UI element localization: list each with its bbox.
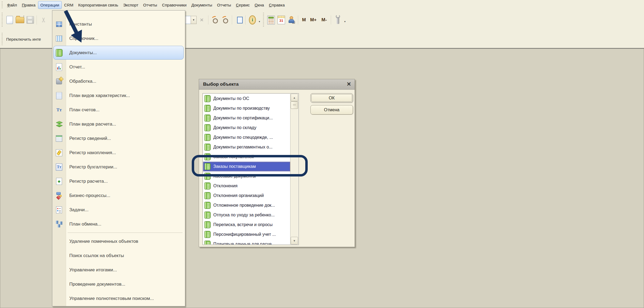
dialog-titlebar[interactable]: Выбор объекта ✕ [199,79,355,90]
menu-item-footer-2[interactable]: Управление итогами... [52,263,185,277]
menu-item-exchange-plan[interactable]: План обмена... [52,217,185,231]
menu-item-footer-4[interactable]: Управление полнотекстовым поиском... [52,291,185,306]
menu-item-catalog[interactable]: Справочник... [52,31,185,46]
menu-item-footer-1[interactable]: Поиск ссылок на объекты [52,248,185,263]
menu-item-label: Регистр бухгалтерии... [69,164,117,170]
save-button[interactable] [25,15,35,25]
open-button[interactable] [15,15,25,25]
memory-store-button[interactable]: M [300,15,308,25]
user-settings-button[interactable] [286,15,297,25]
menu-item-calculation-types[interactable]: План видов расчета... [52,117,185,131]
menu-item-footer-0[interactable]: Удаление помеченных объектов [52,234,185,248]
menubar-item-11[interactable]: Окна [252,1,266,9]
menu-item-information-register[interactable]: Регистр сведений... [52,131,185,146]
object-list-item[interactable]: Персонифицированный учет ... [203,230,290,239]
toolbar-grip[interactable] [263,13,264,27]
documents-icon [56,49,63,57]
object-list-item[interactable]: Переписка, встречи и опросы [203,220,290,230]
menubar-item-7[interactable]: Справочники [160,1,189,9]
scrollbar[interactable]: ▲ ▼ [290,94,298,244]
menu-item-business-process[interactable]: Бизнес-процессы... [52,188,185,203]
new-document-button[interactable] [5,15,15,25]
menu-item-processing[interactable]: Обработка... [52,74,185,88]
menu-item-documents[interactable]: Документы... [52,46,185,60]
close-icon[interactable]: ✕ [347,81,351,87]
menu-item-accumulation-register[interactable]: Регистр накопления... [52,146,185,160]
menubar-item-5[interactable]: Экспорт [121,1,141,9]
menu-item-tasks[interactable]: Задачи... [52,203,185,217]
menubar-item-0[interactable]: Файл [5,1,19,9]
menu-item-label: Бизнес-процессы... [69,193,110,198]
cut-button[interactable]: ✂ [39,15,49,25]
document-journal-icon [204,231,211,238]
toolbar-separator [37,15,37,25]
tasks-icon [56,206,62,213]
menubar-item-12[interactable]: Справка [266,1,287,9]
object-list-item[interactable]: Отклонения [203,181,290,191]
menubar-item-10[interactable]: Сервис [234,1,252,9]
combo-dropdown-button[interactable]: ▼ [191,16,197,24]
toolbar-grip[interactable] [2,33,3,45]
menu-item-calculation-register[interactable]: Регистр расчета... [52,174,185,188]
object-list-item-label: Отпуска по уходу за ребенко... [213,213,275,217]
service-dropdown-button[interactable]: ▼ [343,15,347,25]
calendar-button[interactable] [276,15,286,25]
menu-item-characteristic-types[interactable]: План видов характеристик... [52,88,185,103]
document-journal-icon [204,182,211,189]
object-list-item[interactable]: Документы по сертификаци... [203,113,290,123]
menubar-grip[interactable] [2,1,3,8]
scrollbar-thumb[interactable] [291,101,298,109]
menubar-item-3[interactable]: CRM [62,1,76,9]
menu-item-constants[interactable]: Константы [52,17,185,31]
service-settings-button[interactable] [333,15,343,25]
menubar-item-8[interactable]: Документы [189,1,215,9]
operations-menu: КонстантыСправочник...Документы...Отчет.… [52,10,185,306]
cancel-button[interactable]: Отмена [310,105,353,115]
toolbar-grip[interactable] [2,13,3,27]
object-list-item[interactable]: Заказы покупателей [203,152,290,162]
object-list-item[interactable]: Отпуска по уходу за ребенко... [203,210,290,220]
scroll-down-button[interactable]: ▼ [291,237,298,244]
copy-button[interactable] [234,15,244,25]
find-button[interactable] [210,15,220,25]
object-list-item[interactable]: Документы по производству [203,103,290,113]
object-list-item[interactable]: Кассовые документы [203,171,290,181]
object-list-item[interactable]: Документы по складу [203,123,290,133]
calculator-button[interactable] [266,15,276,25]
menubar-item-6[interactable]: Отчеты [141,1,160,9]
scroll-up-button[interactable]: ▲ [291,94,298,101]
object-list-item[interactable]: Документы по спецодежде, ... [203,133,290,142]
memory-buttons-group: MM+M- [300,15,330,25]
menubar-item-2[interactable]: Операции [38,1,62,9]
info-button[interactable]: i [247,15,258,25]
search-combo-field[interactable] [185,16,191,24]
memory-minus-button[interactable]: M- [319,15,330,25]
menu-item-accounting-register[interactable]: Регистр бухгалтерии... [52,160,185,174]
clear-search-button[interactable]: ✕ [197,15,207,25]
object-list-item[interactable]: Документы регламентных о... [203,142,290,152]
menubar-item-4[interactable]: Корпоративная связь [76,1,121,9]
menubar-item-1[interactable]: Правка [19,1,38,9]
object-list-item[interactable]: Плановые данные для расче... [203,239,290,244]
object-list-item[interactable]: Заказы поставщикам [203,162,290,171]
find-next-button[interactable] [220,15,231,25]
menu-item-chart-of-accounts[interactable]: План счетов... [52,103,185,117]
calculation-register-icon [56,178,62,185]
switch-interface-button[interactable]: Переключить инте [5,36,43,43]
ok-button[interactable]: ОК [310,93,353,103]
object-list-item[interactable]: Документы по ОС [203,94,290,103]
object-list-item-label: Плановые данные для расче... [213,242,275,244]
chevron-down-icon: ▼ [293,239,296,242]
memory-plus-button[interactable]: M+ [308,15,319,25]
menu-item-label: Регистр расчета... [69,179,108,184]
menu-item-label: Управление итогами... [69,267,117,273]
operations-menu-items: КонстантыСправочник...Документы...Отчет.… [52,11,185,306]
chevron-up-icon: ▲ [293,96,296,99]
info-dropdown-button[interactable]: ▼ [258,15,261,25]
menu-item-icon-cell [52,149,66,156]
menu-item-report[interactable]: Отчет... [52,60,185,74]
menu-item-footer-3[interactable]: Проведение документов... [52,277,185,291]
object-list-item[interactable]: Отложенное проведение док... [203,200,290,210]
object-list-item[interactable]: Отклонения организаций [203,191,290,200]
menubar-item-9[interactable]: Отчеты [215,1,234,9]
